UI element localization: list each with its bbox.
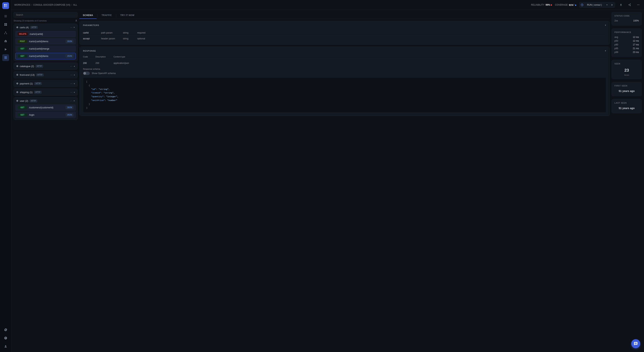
- download-button[interactable]: [618, 2, 624, 8]
- json-preview: [ { "id": "string", "itemId": "string", …: [83, 77, 606, 113]
- sidebar-icon-play[interactable]: [2, 46, 9, 53]
- search-input[interactable]: [14, 12, 78, 18]
- service-header-catalogue[interactable]: catalogue (2) HTTP ··· ◂: [14, 63, 77, 70]
- response-section: RESPONSE ▾ Code Description Content type…: [80, 47, 610, 116]
- share-button[interactable]: [627, 2, 632, 8]
- service-badge-frontend: HTTP: [36, 74, 44, 76]
- svg-line-15: [6, 32, 6, 34]
- run-clock-icon: [580, 2, 585, 8]
- endpoint-get-carts-merge[interactable]: GET /carts/{cartId}/merge: [15, 45, 76, 52]
- catalogue-more-icon[interactable]: ···: [70, 65, 72, 68]
- service-dot-payment: [16, 83, 18, 84]
- svg-marker-27: [612, 4, 613, 6]
- more-button[interactable]: [635, 2, 641, 8]
- param-type-cartid: string: [123, 32, 134, 34]
- param-location-cartid: path param: [101, 32, 120, 34]
- service-dot-user: [16, 100, 18, 102]
- first-seen-block: FIRST SEEN 51 years ago: [612, 82, 642, 96]
- toggle-label: Show OpenAPI schema: [92, 72, 116, 75]
- endpoints-header: Showing 23 endpoints on 6 services: [14, 19, 78, 22]
- sidebar-icon-list[interactable]: [2, 13, 9, 20]
- svg-line-32: [629, 4, 630, 5]
- run-dropdown-arrow[interactable]: ▾: [604, 2, 610, 8]
- service-badge-catalogue: HTTP: [36, 65, 43, 68]
- service-group-frontend: front-end (13) HTTP ··· ◂: [14, 71, 78, 78]
- content-area: Showing 23 endpoints on 6 services carts…: [11, 10, 644, 352]
- sidebar-icon-robot[interactable]: [2, 38, 9, 45]
- json-badge-login: JSON: [66, 113, 74, 116]
- parameters-section-header[interactable]: PARAMETERS ▾: [80, 21, 610, 29]
- perf-label-avg: avg: [614, 36, 618, 39]
- endpoints-download-icon[interactable]: [75, 19, 78, 22]
- response-title: RESPONSE: [83, 50, 96, 52]
- openapi-toggle[interactable]: [83, 72, 90, 75]
- perf-row-p95: p95 21 ms: [614, 47, 639, 50]
- response-code-200: 200: [83, 62, 92, 64]
- parameters-title: PARAMETERS: [83, 24, 99, 26]
- service-header-carts[interactable]: carts (4) HTTP ··· ▾: [14, 24, 77, 31]
- service-name-catalogue: catalogue (2): [20, 65, 34, 68]
- payment-more-icon[interactable]: ···: [70, 82, 72, 85]
- service-name-frontend: front-end (13): [20, 74, 35, 76]
- seen-title: SEEN: [614, 63, 639, 65]
- sidebar-icon-endpoints[interactable]: [2, 54, 9, 61]
- run-play-icon[interactable]: [610, 2, 615, 8]
- service-header-user[interactable]: user (2) HTTP ··· ▾: [14, 97, 77, 104]
- endpoint-path-login: /login: [29, 114, 64, 116]
- payment-chevron-icon[interactable]: ◂: [74, 82, 75, 85]
- sidebar-icon-settings[interactable]: [2, 326, 9, 333]
- user-more-icon[interactable]: ···: [70, 99, 72, 102]
- breadcrumb-project[interactable]: CONSUL-DOCKER-COMPOSE (V4): [33, 4, 70, 6]
- svg-point-12: [4, 33, 5, 34]
- endpoint-get-customers[interactable]: GET /customers/{customerId} JSON: [15, 104, 76, 111]
- method-badge-post: POST: [18, 40, 27, 43]
- response-body: Code Description Content type 200 200 ap…: [80, 55, 610, 116]
- coverage-metric: COVERAGE 91%+: [555, 4, 576, 7]
- service-group-user: user (2) HTTP ··· ▾ GET /customers/{cust…: [14, 97, 78, 120]
- service-actions-frontend: ··· ◂: [70, 73, 75, 76]
- tab-schema[interactable]: SCHEMA: [80, 12, 96, 19]
- schema-content: PARAMETERS ▾ cartId path param string re…: [80, 21, 610, 350]
- service-header-frontend[interactable]: front-end (13) HTTP ··· ◂: [14, 71, 77, 78]
- param-row-accept: accept header param string optional: [83, 36, 606, 42]
- endpoint-post-carts-items[interactable]: POST /carts/{cartId}/items JSON: [15, 38, 76, 45]
- performance-title: PERFORMANCE: [614, 31, 639, 33]
- endpoint-get-login[interactable]: GET /login JSON: [15, 112, 76, 118]
- svg-rect-1: [6, 4, 7, 6]
- app-logo[interactable]: [2, 2, 9, 9]
- chat-bubble[interactable]: [631, 339, 640, 348]
- tab-try-it-now[interactable]: TRY IT NOW: [117, 12, 138, 19]
- breadcrumb-workspaces[interactable]: WORKSPACES: [14, 4, 30, 6]
- sidebar-icon-history[interactable]: [2, 335, 9, 341]
- shipping-chevron-icon[interactable]: ◂: [74, 91, 75, 93]
- svg-point-19: [6, 41, 6, 42]
- svg-point-33: [637, 5, 638, 5]
- sidebar-icon-user[interactable]: [2, 343, 9, 350]
- sidebar-bottom: [2, 326, 9, 350]
- svg-rect-6: [4, 17, 7, 17]
- breadcrumb-all[interactable]: ALL: [73, 4, 77, 6]
- carts-chevron-icon[interactable]: ▾: [74, 26, 75, 29]
- response-section-header[interactable]: RESPONSE ▾: [80, 47, 610, 55]
- shipping-more-icon[interactable]: ···: [70, 91, 72, 94]
- carts-more-icon[interactable]: ···: [70, 26, 72, 29]
- method-badge-get-customers: GET: [18, 106, 27, 109]
- reliability-metric: RELIABILITY 99%: [531, 4, 552, 6]
- run-button[interactable]: RUN ( consul ): [585, 3, 604, 7]
- svg-point-11: [5, 32, 6, 32]
- user-chevron-icon[interactable]: ▾: [74, 99, 75, 102]
- service-header-shipping[interactable]: shipping (1) HTTP ··· ◂: [14, 89, 77, 96]
- endpoint-delete-carts[interactable]: DELETE /carts/{cartId}: [15, 31, 76, 37]
- endpoint-get-carts-items[interactable]: GET /carts/{cartId}/items JSON: [15, 53, 76, 59]
- sidebar-icon-grid[interactable]: [2, 21, 9, 28]
- response-chevron-icon: ▾: [605, 49, 606, 52]
- endpoint-path-customers: /customers/{customerId}: [29, 106, 64, 109]
- frontend-more-icon[interactable]: ···: [70, 73, 72, 76]
- service-header-payment[interactable]: payment (1) HTTP ··· ◂: [14, 80, 77, 87]
- tab-traffic[interactable]: TRAFFIC: [98, 12, 115, 19]
- frontend-chevron-icon[interactable]: ◂: [74, 74, 75, 76]
- endpoint-path-delete-carts: /carts/{cartId}: [30, 33, 74, 36]
- sidebar-icon-nodes[interactable]: [2, 29, 9, 36]
- topbar-right: RELIABILITY 99% COVERAGE 91%+ RUN ( cons…: [531, 2, 641, 8]
- catalogue-chevron-icon[interactable]: ◂: [74, 65, 75, 67]
